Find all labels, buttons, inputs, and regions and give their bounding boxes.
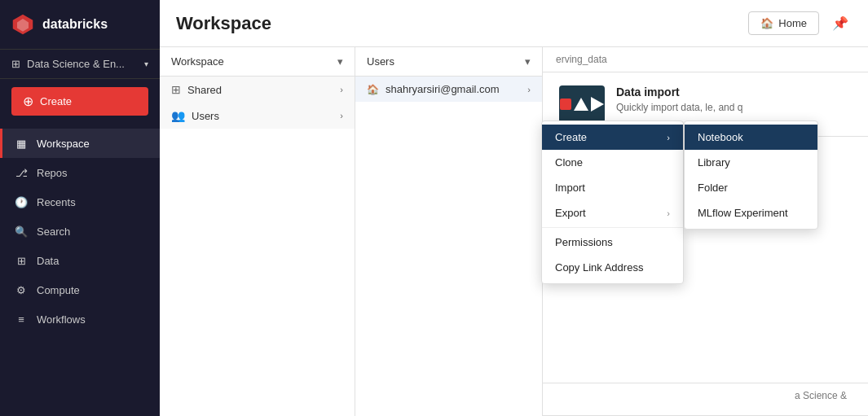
submenu-library[interactable]: Library: [685, 150, 817, 175]
logo: databricks: [0, 0, 160, 50]
chevron-right-icon: ›: [340, 85, 343, 94]
bottom-partial: a Science &: [795, 390, 847, 401]
create-button-label: Create: [40, 95, 72, 107]
sidebar-item-repos-label: Repos: [37, 167, 68, 179]
context-menu-permissions-label: Permissions: [555, 236, 613, 248]
sidebar-item-workspace-label: Workspace: [37, 138, 90, 150]
shared-icon: ⊞: [171, 83, 181, 96]
repos-icon: ⎇: [14, 165, 29, 180]
sidebar-item-workflows[interactable]: ≡ Workflows: [0, 304, 160, 334]
context-menu-import[interactable]: Import: [542, 175, 683, 200]
context-menu-permissions[interactable]: Permissions: [542, 230, 683, 255]
data-import-description: Quickly import data, le, and q: [616, 102, 742, 113]
submenu-library-label: Library: [698, 156, 730, 169]
pin-icon: 📌: [832, 15, 848, 31]
submenu-folder-label: Folder: [698, 182, 728, 194]
sidebar-item-compute[interactable]: ⚙ Compute: [0, 275, 160, 304]
context-menu-create-label: Create: [555, 131, 587, 143]
sidebar-item-search[interactable]: 🔍 Search: [0, 217, 160, 246]
users-column: Users ▾ 🏠 shahryarsiri@gmail.com ›: [355, 47, 543, 416]
users-item[interactable]: 👥 Users ›: [160, 103, 355, 129]
submenu-mlflow[interactable]: MLflow Experiment: [685, 200, 817, 226]
create-submenu: Notebook Library Folder MLflow Experimen…: [684, 120, 818, 230]
bottom-partial-text: a Science &: [782, 383, 860, 408]
page-title: Workspace: [176, 13, 271, 34]
context-menu-import-label: Import: [555, 182, 585, 194]
logo-text: databricks: [42, 17, 108, 32]
data-icon: ⊞: [14, 253, 29, 268]
workflows-icon: ≡: [14, 312, 29, 326]
chevron-right-icon: ›: [527, 85, 531, 94]
menu-divider: [542, 227, 683, 228]
main-header: Workspace 🏠 Home 📌: [160, 0, 868, 47]
users-col-title: Users: [367, 55, 394, 68]
workspace-selector-label: Data Science & En...: [27, 58, 125, 70]
sidebar-item-data[interactable]: ⊞ Data: [0, 246, 160, 275]
submenu-folder[interactable]: Folder: [685, 175, 817, 200]
data-import-text-block: Data import Quickly import data, le, and…: [616, 85, 742, 113]
red-square-icon: [560, 99, 571, 110]
home-icon: 🏠: [367, 84, 379, 95]
pin-button[interactable]: 📌: [829, 12, 852, 35]
context-menu-clone[interactable]: Clone: [542, 150, 683, 175]
triangle-right-icon: [591, 97, 604, 112]
context-menu-export[interactable]: Export ›: [542, 200, 683, 226]
workspace-col-title: Workspace: [171, 55, 224, 68]
data-import-icon: [559, 85, 605, 123]
submenu-notebook[interactable]: Notebook: [685, 125, 817, 150]
workspace-selector[interactable]: ⊞ Data Science & En... ▾: [0, 50, 160, 79]
sidebar-item-workspace[interactable]: ▦ Workspace: [0, 129, 160, 158]
chevron-down-icon: ▾: [144, 59, 148, 68]
arrow-right-icon: ›: [667, 133, 670, 142]
sidebar-item-compute-label: Compute: [37, 284, 80, 296]
databricks-logo-icon: [11, 13, 34, 36]
sidebar-item-data-label: Data: [37, 255, 59, 267]
triangle-up-icon: [574, 98, 588, 111]
recents-icon: 🕐: [14, 195, 29, 209]
home-button[interactable]: 🏠 Home: [748, 11, 819, 35]
home-button-label: Home: [778, 17, 807, 29]
workspace-icon: ⊞: [11, 58, 20, 70]
context-menu-export-label: Export: [555, 207, 586, 219]
arrow-right-icon: ›: [667, 208, 670, 218]
home-icon: 🏠: [760, 17, 773, 29]
shared-label: Shared: [187, 84, 222, 96]
data-import-title: Data import: [616, 85, 742, 99]
context-menu-create[interactable]: Create ›: [542, 125, 683, 150]
workspace-column: Workspace ▾ ⊞ Shared › 👥 Users ›: [160, 47, 355, 416]
context-menu-copy-link-label: Copy Link Address: [555, 261, 643, 274]
search-icon: 🔍: [14, 224, 29, 239]
compute-icon: ⚙: [14, 282, 29, 297]
users-label: Users: [192, 110, 219, 122]
icon-squares: [560, 97, 604, 112]
context-menu-copy-link[interactable]: Copy Link Address: [542, 255, 683, 280]
user-email-label: shahryarsiri@gmail.com: [386, 83, 500, 95]
sidebar-item-repos[interactable]: ⎇ Repos: [0, 158, 160, 187]
user-email-item[interactable]: 🏠 shahryarsiri@gmail.com ›: [355, 77, 542, 102]
create-button[interactable]: ⊕ Create: [11, 87, 148, 116]
users-col-header[interactable]: Users ▾: [355, 47, 542, 77]
chevron-down-icon: ▾: [337, 55, 343, 68]
serving-data-partial: erving_data: [543, 47, 868, 72]
sidebar-nav: ▦ Workspace ⎇ Repos 🕐 Recents 🔍 Search ⊞…: [0, 124, 160, 339]
users-icon: 👥: [171, 109, 185, 122]
chevron-right-icon: ›: [340, 111, 343, 120]
context-menu-clone-label: Clone: [555, 156, 583, 169]
sidebar-item-recents[interactable]: 🕐 Recents: [0, 187, 160, 217]
file-browser: Workspace ▾ ⊞ Shared › 👥 Users › Users ▾…: [160, 47, 868, 416]
chevron-down-icon: ▾: [525, 55, 531, 68]
sidebar-item-workflows-label: Workflows: [37, 313, 86, 326]
sidebar-item-recents-label: Recents: [37, 196, 76, 208]
shared-item[interactable]: ⊞ Shared ›: [160, 77, 355, 103]
sidebar-item-search-label: Search: [37, 226, 70, 238]
submenu-mlflow-label: MLflow Experiment: [698, 207, 788, 219]
sidebar: databricks ⊞ Data Science & En... ▾ ⊕ Cr…: [0, 0, 160, 416]
workspace-nav-icon: ▦: [14, 136, 29, 151]
context-menu: Create › Clone Import Export › Permissio…: [541, 120, 684, 284]
main-content: Workspace 🏠 Home 📌 Workspace ▾ ⊞ Shared …: [160, 0, 868, 416]
plus-icon: ⊕: [23, 94, 33, 109]
workspace-col-header[interactable]: Workspace ▾: [160, 47, 355, 77]
partial-text: erving_data: [556, 54, 607, 65]
submenu-notebook-label: Notebook: [698, 131, 743, 143]
